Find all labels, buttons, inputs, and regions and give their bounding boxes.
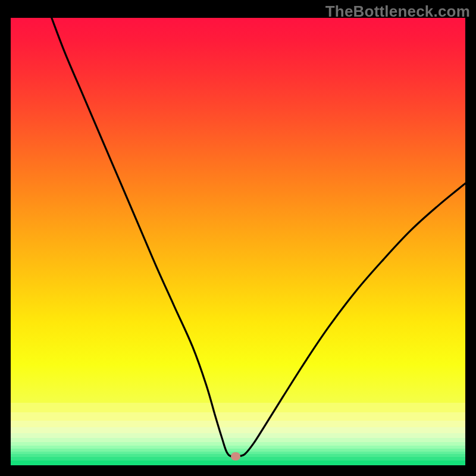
color-band (11, 461, 465, 465)
chart-frame: TheBottleneck.com (0, 0, 476, 476)
plot-area (11, 18, 465, 465)
optimum-marker (231, 452, 240, 461)
color-band (11, 421, 465, 427)
color-band (11, 438, 465, 442)
gradient-top (11, 18, 465, 403)
color-band (11, 427, 465, 433)
watermark-text: TheBottleneck.com (325, 2, 470, 21)
color-band (11, 433, 465, 438)
gradient-background (11, 18, 465, 465)
color-band (11, 412, 465, 421)
color-band (11, 403, 465, 413)
